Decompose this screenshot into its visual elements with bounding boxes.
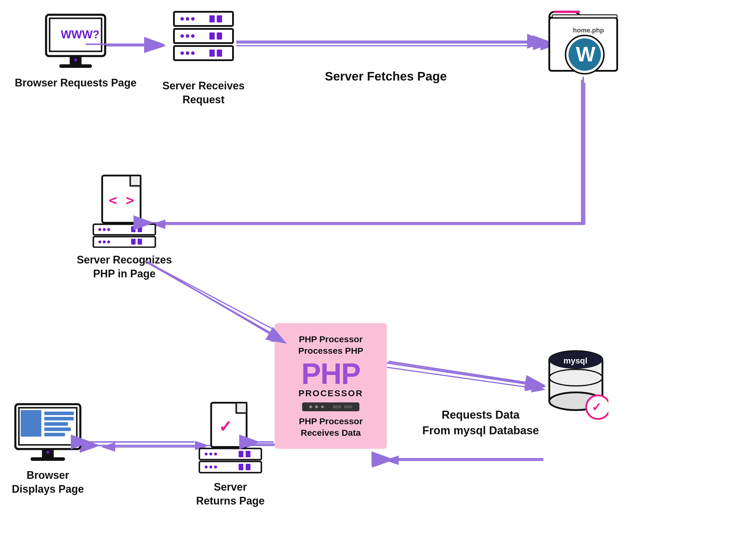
browser-displays-node: BrowserDisplays Page <box>12 401 84 496</box>
svg-point-28 <box>181 17 184 21</box>
requests-data-label: Requests DataFrom mysql Database <box>422 407 539 438</box>
svg-rect-37 <box>209 32 215 39</box>
svg-rect-97 <box>44 433 65 436</box>
svg-rect-25 <box>60 64 92 68</box>
php-big-text: PHP <box>301 359 360 388</box>
svg-rect-58 <box>131 226 135 232</box>
svg-rect-89 <box>246 464 250 470</box>
wordpress-folder-icon: home.php W <box>546 6 620 80</box>
svg-rect-84 <box>199 461 261 472</box>
server-returns-label: ServerReturns Page <box>196 480 264 508</box>
diagram: WWW? Browser Requests Page <box>0 0 756 552</box>
svg-point-63 <box>107 241 110 243</box>
svg-text:✓: ✓ <box>219 417 232 436</box>
php-processor-middle-label: PROCESSOR <box>299 388 363 398</box>
svg-point-36 <box>191 34 195 38</box>
svg-rect-31 <box>209 15 215 22</box>
svg-point-100 <box>46 451 49 454</box>
svg-line-4 <box>153 266 290 338</box>
svg-point-42 <box>191 51 195 55</box>
svg-line-5 <box>387 367 543 389</box>
svg-rect-82 <box>239 451 243 457</box>
svg-line-16 <box>387 363 543 387</box>
svg-text:mysql: mysql <box>563 356 587 365</box>
svg-point-87 <box>214 465 217 468</box>
svg-point-56 <box>103 228 106 231</box>
browser-displays-label: BrowserDisplays Page <box>12 468 84 496</box>
svg-rect-92 <box>21 410 41 437</box>
svg-point-86 <box>209 465 212 468</box>
server-returns-icon: ✓ <box>195 401 266 475</box>
svg-rect-43 <box>209 49 215 57</box>
svg-point-57 <box>107 228 110 231</box>
server-receives-label: Server ReceivesRequest <box>163 79 244 107</box>
php-processor-top-label: PHP ProcessorProcesses PHP <box>298 333 363 357</box>
svg-point-81 <box>214 452 217 455</box>
svg-text:< >: < > <box>109 192 134 208</box>
svg-rect-95 <box>44 422 68 426</box>
svg-rect-99 <box>31 457 65 461</box>
svg-rect-46 <box>552 15 617 18</box>
browser-requests-label: Browser Requests Page <box>15 76 136 90</box>
svg-point-29 <box>186 17 189 21</box>
server-rack-icon <box>168 9 239 74</box>
svg-rect-60 <box>93 237 155 247</box>
svg-text:✓: ✓ <box>591 401 602 414</box>
mysql-node: mysql ✓ <box>543 342 608 425</box>
svg-text:home.php: home.php <box>573 26 604 34</box>
svg-rect-88 <box>239 464 243 470</box>
svg-rect-93 <box>44 412 74 415</box>
svg-point-41 <box>186 51 189 55</box>
svg-rect-59 <box>138 226 142 232</box>
svg-point-35 <box>186 34 189 38</box>
svg-point-26 <box>74 58 77 61</box>
wordpress-node: home.php W <box>546 6 620 80</box>
svg-text:W: W <box>576 43 596 66</box>
server-recognizes-node: < > Server RecognizesPHP in Page <box>77 174 172 281</box>
svg-rect-38 <box>217 32 222 39</box>
browser-displays-icon <box>12 401 83 463</box>
svg-rect-64 <box>131 239 135 245</box>
server-recognizes-label: Server RecognizesPHP in Page <box>77 253 172 281</box>
svg-rect-44 <box>217 49 222 57</box>
svg-rect-32 <box>217 15 222 22</box>
svg-line-106 <box>388 362 543 385</box>
server-receives-node: Server ReceivesRequest <box>163 9 244 107</box>
svg-rect-65 <box>138 239 142 245</box>
monitor-icon: WWW? <box>43 12 108 71</box>
svg-text:WWW?: WWW? <box>61 28 100 41</box>
svg-point-79 <box>205 452 208 455</box>
svg-point-80 <box>209 452 212 455</box>
server-fetches-label: Server Fetches Page <box>325 69 447 84</box>
php-processor-bottom-label: PHP ProcessorReceives Data <box>299 415 363 438</box>
mysql-icon: mysql ✓ <box>543 342 608 425</box>
svg-point-40 <box>181 51 184 55</box>
svg-rect-94 <box>44 417 74 420</box>
php-processor-node: PHP ProcessorProcesses PHP PHP PROCESSOR… <box>275 323 387 449</box>
svg-point-85 <box>205 465 208 468</box>
browser-requests-node: WWW? Browser Requests Page <box>15 12 136 90</box>
svg-point-61 <box>98 241 101 243</box>
svg-rect-78 <box>199 448 261 460</box>
server-returns-node: ✓ ServerReturns Page <box>195 401 266 508</box>
svg-rect-54 <box>93 224 155 235</box>
svg-point-34 <box>181 34 184 38</box>
php-server-icon: < > <box>87 174 161 248</box>
svg-point-55 <box>98 228 101 231</box>
svg-point-62 <box>103 241 106 243</box>
php-mini-server <box>302 402 359 411</box>
svg-rect-83 <box>246 451 250 457</box>
svg-point-30 <box>191 17 195 21</box>
svg-rect-96 <box>44 427 71 431</box>
